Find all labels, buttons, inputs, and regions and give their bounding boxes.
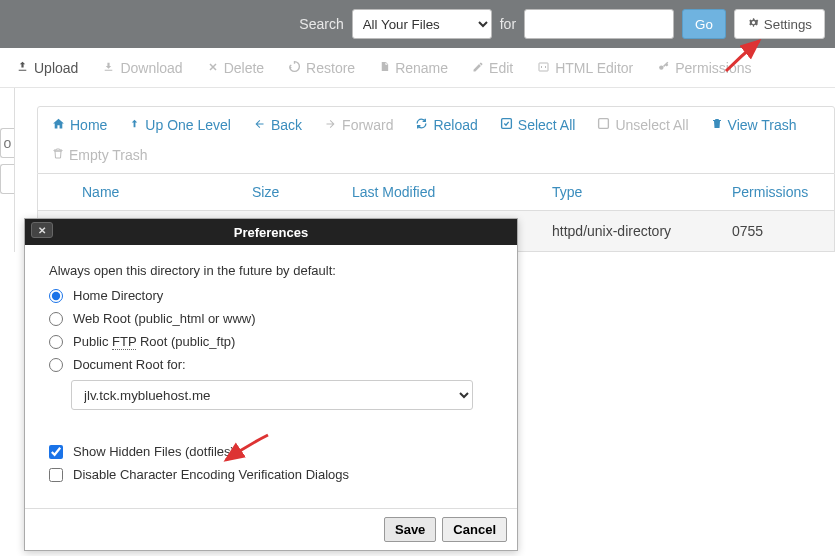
radio-home-input[interactable] [49, 289, 63, 303]
html-editor-button[interactable]: HTML Editor [537, 60, 633, 76]
download-button[interactable]: Download [102, 60, 182, 76]
cancel-button[interactable]: Cancel [442, 517, 507, 542]
rename-button[interactable]: Rename [379, 60, 448, 76]
table-header: Name Size Last Modified Type Permissions [37, 174, 835, 211]
check-square-icon [500, 117, 513, 133]
upload-icon [16, 60, 29, 76]
key-icon [657, 60, 670, 76]
cell-permissions: 0755 [732, 223, 820, 239]
col-modified-header[interactable]: Last Modified [352, 184, 552, 200]
html-icon [537, 60, 550, 76]
empty-square-icon [597, 117, 610, 133]
go-button[interactable]: Go [682, 9, 726, 39]
modal-footer: Save Cancel [25, 508, 517, 550]
cell-type: httpd/unix-directory [552, 223, 732, 239]
trash-empty-icon [52, 147, 64, 163]
restore-button[interactable]: Restore [288, 60, 355, 76]
col-size-header[interactable]: Size [252, 184, 352, 200]
gear-icon [747, 16, 760, 32]
back-button[interactable]: Back [253, 117, 302, 133]
docroot-select[interactable]: jlv.tck.mybluehost.me [71, 380, 473, 410]
view-trash-button[interactable]: View Trash [711, 117, 797, 133]
show-hidden-files-checkbox[interactable]: Show Hidden Files (dotfiles) [49, 444, 497, 459]
docroot-select-wrapper: jlv.tck.mybluehost.me [71, 380, 497, 410]
file-icon [379, 60, 390, 76]
select-all-button[interactable]: Select All [500, 117, 576, 133]
restore-icon [288, 60, 301, 76]
upload-button[interactable]: Upload [16, 60, 78, 76]
default-dir-prompt: Always open this directory in the future… [49, 263, 497, 278]
modal-title-bar: ✕ Preferences [25, 219, 517, 245]
radio-doc-root[interactable]: Document Root for: [49, 357, 497, 372]
nav-toolbar: Home Up One Level Back Forward Reload Se… [37, 106, 835, 174]
svg-rect-3 [599, 119, 609, 129]
home-button[interactable]: Home [52, 117, 107, 133]
forward-button[interactable]: Forward [324, 117, 393, 133]
collapsed-tab-2[interactable] [0, 164, 14, 194]
save-button[interactable]: Save [384, 517, 436, 542]
reload-button[interactable]: Reload [415, 117, 477, 133]
radio-ftp-input[interactable] [49, 335, 63, 349]
settings-label: Settings [764, 17, 812, 32]
up-one-level-button[interactable]: Up One Level [129, 117, 231, 133]
search-scope-select[interactable]: All Your Files [352, 9, 492, 39]
radio-ftp-root[interactable]: Public FTP Root (public_ftp) [49, 334, 497, 349]
permissions-button[interactable]: Permissions [657, 60, 751, 76]
home-icon [52, 117, 65, 133]
radio-docroot-input[interactable] [49, 358, 63, 372]
unselect-all-button[interactable]: Unselect All [597, 117, 688, 133]
for-label: for [500, 16, 516, 32]
radio-web-root[interactable]: Web Root (public_html or www) [49, 311, 497, 326]
close-icon: ✕ [38, 225, 46, 236]
svg-point-1 [659, 65, 663, 69]
search-label: Search [299, 16, 343, 32]
search-input[interactable] [524, 9, 674, 39]
trash-icon [711, 117, 723, 133]
radio-home-directory[interactable]: Home Directory [49, 288, 497, 303]
modal-body: Always open this directory in the future… [25, 245, 517, 508]
show-hidden-input[interactable] [49, 445, 63, 459]
pencil-icon [472, 60, 484, 76]
forward-icon [324, 117, 337, 133]
delete-button[interactable]: Delete [207, 60, 264, 76]
empty-trash-button[interactable]: Empty Trash [52, 147, 148, 163]
col-permissions-header[interactable]: Permissions [732, 184, 820, 200]
edit-button[interactable]: Edit [472, 60, 513, 76]
modal-title: Preferences [234, 225, 308, 240]
up-icon [129, 117, 140, 133]
col-name-header[interactable]: Name [52, 184, 252, 200]
disable-encoding-input[interactable] [49, 468, 63, 482]
back-icon [253, 117, 266, 133]
col-type-header[interactable]: Type [552, 184, 732, 200]
left-collapsed-panel: o [0, 88, 15, 252]
download-icon [102, 60, 115, 76]
x-icon [207, 60, 219, 76]
disable-encoding-checkbox[interactable]: Disable Character Encoding Verification … [49, 467, 497, 482]
modal-close-button[interactable]: ✕ [31, 222, 53, 238]
collapsed-tab[interactable]: o [0, 128, 14, 158]
reload-icon [415, 117, 428, 133]
radio-webroot-input[interactable] [49, 312, 63, 326]
file-action-bar: Upload Download Delete Restore Rename Ed… [0, 48, 835, 88]
preferences-modal: ✕ Preferences Always open this directory… [24, 218, 518, 551]
top-search-bar: Search All Your Files for Go Settings [0, 0, 835, 48]
settings-button[interactable]: Settings [734, 9, 825, 39]
